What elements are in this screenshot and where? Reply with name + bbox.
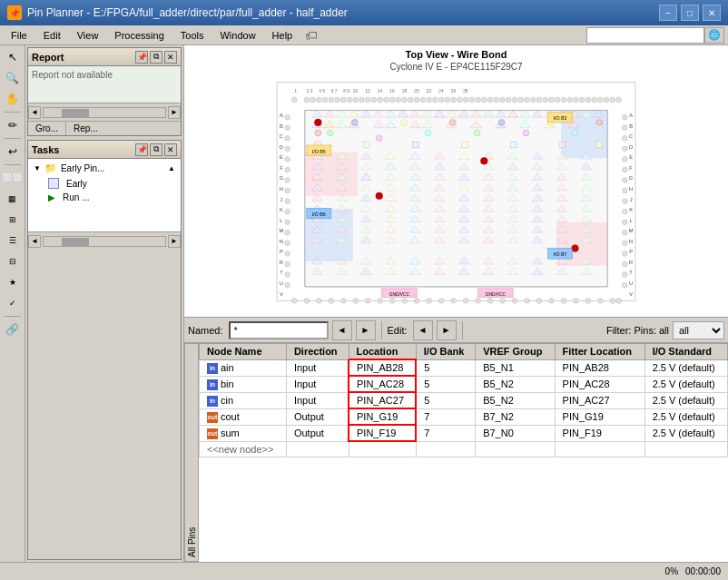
cell-node-name: outsum	[200, 425, 287, 441]
tasks-scroll[interactable]: ◄ ►	[28, 231, 181, 250]
named-input[interactable]	[229, 321, 329, 339]
table-row[interactable]: <<new node>>	[200, 441, 728, 457]
close-button[interactable]: ✕	[703, 5, 721, 21]
svg-point-329	[427, 298, 432, 303]
rep-tab[interactable]: Rep...	[66, 122, 105, 135]
report-scroll-left[interactable]: ◄	[28, 106, 41, 119]
svg-point-341	[574, 298, 579, 303]
named-next-btn[interactable]: ►	[356, 320, 376, 340]
svg-point-372	[622, 209, 627, 214]
svg-point-24	[347, 97, 352, 103]
toolbar-pan-btn[interactable]: ✋	[3, 89, 23, 109]
task-item-run[interactable]: ▶ Run ...	[30, 191, 179, 204]
table-row[interactable]: inbinInputPIN_AC285B5_N2PIN_AC282.5 V (d…	[200, 376, 728, 392]
minimize-button[interactable]: −	[659, 5, 677, 21]
filter-select[interactable]: all input output	[673, 321, 724, 339]
svg-point-320	[316, 298, 321, 303]
maximize-button[interactable]: □	[681, 5, 699, 21]
task-early-icon	[48, 178, 59, 189]
edit-next-btn[interactable]: ►	[437, 320, 457, 340]
toolbar-link-btn[interactable]: 🔗	[3, 319, 23, 339]
toolbar-star-btn[interactable]: ★	[3, 272, 23, 292]
menu-view[interactable]: View	[70, 26, 106, 44]
table-container[interactable]: Node Name Direction Location I/O Bank VR…	[199, 343, 728, 562]
menu-help[interactable]: Help	[265, 26, 300, 44]
tasks-close-btn[interactable]: ✕	[164, 143, 177, 156]
col-vref-group[interactable]: VREF Group	[476, 344, 555, 360]
toolbar-zoom-btn[interactable]: 🔍	[3, 68, 23, 88]
menu-window[interactable]: Window	[212, 26, 262, 44]
col-io-bank[interactable]: I/O Bank	[416, 344, 475, 360]
col-location[interactable]: Location	[349, 344, 416, 360]
tasks-scroll-left[interactable]: ◄	[28, 235, 41, 248]
tasks-content: ▼ 📁 Early Pin... ▲ Early ▶ Run ...	[28, 159, 181, 231]
svg-point-325	[378, 298, 383, 303]
toolbar-insert-btn[interactable]: ▦	[3, 189, 23, 209]
menu-edit[interactable]: Edit	[36, 26, 68, 44]
col-io-standard[interactable]: I/O Standard	[644, 344, 727, 360]
toolbar-group-btn[interactable]: ⊞	[3, 210, 23, 230]
report-header: Report 📌 ⧉ ✕	[28, 48, 181, 66]
toolbar-pencil-btn[interactable]: ✏	[3, 115, 23, 135]
svg-point-302	[315, 119, 322, 126]
toolbar-filter-btn[interactable]: ⊟	[3, 251, 23, 271]
svg-text:2 3: 2 3	[307, 89, 313, 93]
toolbar-select-btn[interactable]: ↖	[3, 47, 23, 67]
table-row[interactable]: incinInputPIN_AC275B5_N2PIN_AC272.5 V (d…	[200, 392, 728, 408]
all-pins-tab[interactable]: All Pins	[184, 343, 199, 562]
report-scroll[interactable]: ◄ ►	[28, 103, 181, 121]
tasks-pin-btn[interactable]: 📌	[135, 143, 148, 156]
named-prev-btn[interactable]: ◄	[332, 320, 352, 340]
svg-point-33	[402, 97, 408, 103]
svg-point-25	[353, 97, 359, 103]
table-row[interactable]: outsumOutputPIN_F197B7_N0PIN_F192.5 V (d…	[200, 425, 728, 441]
toolbar-sep-1	[5, 112, 21, 113]
report-scroll-thumb[interactable]	[62, 109, 89, 118]
svg-text:14: 14	[378, 89, 383, 93]
menu-processing[interactable]: Processing	[107, 26, 171, 44]
table-row[interactable]: inainInputPIN_AB285B5_N1PIN_AB282.5 V (d…	[200, 359, 728, 376]
report-close-btn[interactable]: ✕	[164, 51, 177, 64]
report-scroll-right[interactable]: ►	[168, 106, 181, 119]
task-item-early-pin[interactable]: ▼ 📁 Early Pin... ▲	[30, 161, 179, 176]
menu-tools[interactable]: Tools	[173, 26, 212, 44]
task-item-early[interactable]: Early	[30, 176, 179, 191]
svg-point-51	[512, 97, 517, 103]
report-detach-btn[interactable]: ⧉	[150, 51, 162, 64]
svg-point-56	[543, 97, 548, 103]
svg-point-23	[340, 97, 346, 103]
menu-file[interactable]: File	[4, 26, 34, 44]
tasks-scroll-right[interactable]: ►	[168, 235, 181, 248]
search-input[interactable]	[586, 27, 704, 44]
toolbar-node-btn[interactable]: ⬜⬜	[3, 168, 23, 188]
tasks-scroll-track[interactable]	[43, 236, 166, 247]
svg-point-47	[487, 97, 493, 103]
svg-point-18	[310, 97, 316, 103]
svg-point-361	[285, 272, 290, 278]
svg-text:A: A	[280, 113, 283, 118]
cell-direction: Input	[286, 392, 349, 408]
col-direction[interactable]: Direction	[286, 344, 349, 360]
tasks-scroll-thumb[interactable]	[62, 238, 89, 247]
col-node-name[interactable]: Node Name	[200, 344, 287, 360]
report-scroll-track[interactable]	[43, 107, 166, 118]
output-icon: out	[207, 412, 218, 423]
cell-node-name: inain	[200, 359, 287, 376]
tasks-detach-btn[interactable]: ⧉	[150, 143, 162, 156]
svg-point-150	[315, 130, 321, 136]
edit-prev-btn[interactable]: ◄	[413, 320, 433, 340]
col-fitter-location[interactable]: Fitter Location	[555, 344, 644, 360]
gro-tab[interactable]: Gro...	[28, 122, 66, 135]
svg-text:8 9: 8 9	[343, 89, 349, 93]
svg-point-57	[549, 97, 555, 103]
toolbar-undo-btn[interactable]: ↩	[3, 142, 23, 162]
chip-canvas[interactable]: 1 2 3 4 5 6 7 8 9 10 12 14 16 18 20 22 2…	[184, 74, 728, 310]
toolbar-list-btn[interactable]: ☰	[3, 231, 23, 251]
cell-node-name: <<new node>>	[200, 441, 287, 457]
table-row[interactable]: outcoutOutputPIN_G197B7_N2PIN_G192.5 V (…	[200, 408, 728, 425]
svg-rect-164	[363, 142, 369, 148]
toolbar-check-btn[interactable]: ✓	[3, 293, 23, 313]
cell-io-standard: 2.5 V (default)	[644, 376, 727, 392]
search-button[interactable]: 🌐	[704, 27, 724, 44]
report-pin-btn[interactable]: 📌	[135, 51, 148, 64]
